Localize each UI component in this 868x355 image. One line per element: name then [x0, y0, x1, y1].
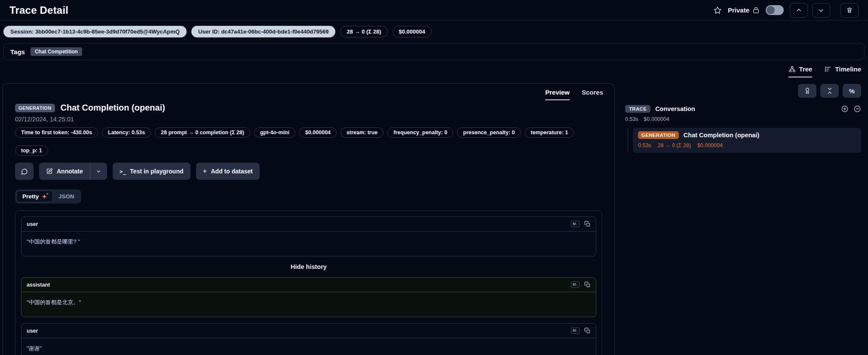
- trace-meta-row: Session: 3bb00ec7-1b13-4c9b-85ee-3d9d70f…: [0, 21, 868, 42]
- test-in-playground-button[interactable]: >_ Test in playground: [113, 163, 190, 180]
- collapse-all-icon[interactable]: [853, 105, 861, 113]
- observation-timestamp: 02/12/2024, 14:25:01: [15, 116, 602, 123]
- copy-icon[interactable]: [584, 221, 591, 227]
- message-role: user: [27, 328, 38, 334]
- collapse-icon: [826, 87, 833, 94]
- observation-panel: Preview Scores GENERATION Chat Completio…: [3, 83, 615, 355]
- badge-model[interactable]: gpt-4o-mini: [254, 127, 295, 138]
- message-header-icons: M↓: [571, 327, 591, 334]
- chevron-down-icon: [96, 169, 101, 174]
- expand-all-icon[interactable]: [841, 105, 849, 113]
- observation-type-badge: GENERATION: [15, 104, 55, 112]
- metrics-toggle-button[interactable]: %: [843, 84, 861, 98]
- chevron-down-icon: [818, 7, 825, 14]
- next-trace-button[interactable]: [812, 3, 830, 18]
- generation-node[interactable]: GENERATION Chat Completion (openai) 0.53…: [633, 128, 861, 153]
- message-role: assistant: [27, 282, 50, 288]
- format-pretty[interactable]: Pretty ✦: [16, 191, 53, 202]
- prev-trace-button[interactable]: [790, 3, 808, 18]
- hide-history-button[interactable]: Hide history: [21, 262, 596, 271]
- toggle-knob: [767, 6, 775, 14]
- timeline-icon: [824, 65, 831, 73]
- generation-node-header: GENERATION Chat Completion (openai): [638, 131, 856, 139]
- star-icon[interactable]: [713, 6, 722, 15]
- message-content: "中国的首都是哪里? ": [21, 232, 596, 256]
- badge-stream: stream: true: [340, 127, 383, 138]
- generation-metrics: 0.53s 28 → 0 (Σ 28) $0.000004: [638, 142, 856, 148]
- observation-title: Chat Completion (openai): [61, 103, 165, 113]
- message-header: assistant M↓: [21, 278, 596, 292]
- actions-row: Annotate >_ Test in playground + Add to …: [15, 163, 602, 180]
- trace-node[interactable]: TRACE Conversation: [625, 105, 861, 113]
- copy-icon[interactable]: [584, 327, 591, 334]
- tree-children: GENERATION Chat Completion (openai) 0.53…: [628, 128, 861, 153]
- playground-label: Test in playground: [130, 168, 183, 175]
- observation-header: GENERATION Chat Completion (openai): [15, 103, 602, 113]
- token-usage-badge: 28 → 0 (Σ 28): [340, 26, 387, 37]
- tab-tree[interactable]: Tree: [788, 65, 813, 77]
- markdown-toggle-icon[interactable]: M↓: [571, 221, 580, 227]
- json-label: JSON: [58, 193, 74, 200]
- annotate-split-button: Annotate: [39, 163, 107, 180]
- panel-tabs: Preview Scores: [3, 83, 614, 100]
- tag-chip[interactable]: Chat Competition: [31, 47, 82, 56]
- session-badge[interactable]: Session: 3bb00ec7-1b13-4c9b-85ee-3d9d70f…: [3, 26, 187, 37]
- cost-badge: $0.000004: [393, 26, 432, 37]
- message-content: "中国的首都是北京。": [21, 292, 596, 317]
- tab-timeline-label: Timeline: [835, 65, 861, 73]
- panel-content: GENERATION Chat Completion (openai) 02/1…: [3, 100, 614, 355]
- generation-name: Chat Completion (openai): [684, 132, 759, 139]
- header-actions: Private: [713, 3, 859, 18]
- generation-type-badge: GENERATION: [638, 131, 679, 139]
- format-json[interactable]: JSON: [53, 191, 80, 202]
- badge-presence-penalty: presence_penalty: 0: [457, 127, 521, 138]
- message-user-1: user M↓ "中国的首都是哪里? ": [21, 216, 596, 256]
- user-id-badge[interactable]: User ID: dc47a41e-06bc-400d-bde1-f0e440d…: [191, 26, 336, 37]
- view-tabs: Tree Timeline: [0, 60, 868, 77]
- message-role: user: [27, 221, 38, 227]
- edit-icon: [46, 168, 53, 175]
- trace-cost: $0.000004: [644, 116, 669, 122]
- copy-icon[interactable]: [584, 281, 591, 288]
- terminal-icon: >_: [120, 168, 126, 175]
- privacy-label: Private: [728, 6, 760, 14]
- comments-button[interactable]: [15, 163, 34, 180]
- trace-latency: 0.53s: [625, 116, 638, 122]
- message-content: "谢谢": [21, 338, 596, 355]
- trace-metrics: 0.53s $0.000004: [625, 116, 861, 122]
- collapse-tree-button[interactable]: [820, 84, 839, 98]
- format-toggle: Pretty ✦ JSON: [15, 189, 81, 204]
- badge-cost: $0.000004: [299, 127, 337, 138]
- markdown-toggle-icon[interactable]: M↓: [571, 327, 580, 334]
- comment-bubble-icon: [21, 168, 28, 175]
- privacy-toggle[interactable]: [766, 5, 784, 15]
- delete-trace-button[interactable]: [840, 3, 859, 18]
- trace-tree-panel: % TRACE Conversation 0.53s $0.000004 GEN…: [615, 83, 868, 153]
- add-to-dataset-button[interactable]: + Add to dataset: [196, 163, 260, 180]
- trace-type-badge: TRACE: [625, 105, 650, 113]
- chevron-up-icon: [795, 7, 802, 14]
- top-header: Trace Detail Private: [0, 0, 868, 21]
- plus-icon: +: [203, 167, 207, 176]
- tab-timeline[interactable]: Timeline: [824, 65, 861, 77]
- percent-icon: %: [849, 87, 855, 95]
- annotate-button[interactable]: Annotate: [39, 163, 90, 180]
- lock-icon: [752, 6, 760, 14]
- observation-badges: Time to first token: -430.00s Latency: 0…: [15, 127, 602, 156]
- annotate-dropdown-button[interactable]: [90, 163, 107, 180]
- tab-preview[interactable]: Preview: [545, 89, 570, 100]
- tab-scores[interactable]: Scores: [582, 89, 603, 100]
- message-user-2: user M↓ "谢谢": [21, 323, 596, 355]
- trace-name: Conversation: [655, 105, 695, 112]
- tree-icon: [788, 65, 796, 73]
- badge-temperature: temperature: 1: [525, 127, 574, 138]
- markdown-toggle-icon[interactable]: M↓: [571, 281, 580, 288]
- generation-latency: 0.53s: [638, 142, 651, 148]
- badge-frequency-penalty: frequency_penalty: 0: [387, 127, 453, 138]
- message-header: user M↓: [21, 324, 596, 338]
- scores-toggle-button[interactable]: [798, 84, 816, 98]
- messages-container: user M↓ "中国的首都是哪里? " Hide history assist…: [15, 210, 602, 355]
- privacy-text: Private: [728, 6, 749, 14]
- generation-tokens: 28 → 0 (Σ 28): [658, 142, 691, 148]
- message-header-icons: M↓: [571, 281, 591, 288]
